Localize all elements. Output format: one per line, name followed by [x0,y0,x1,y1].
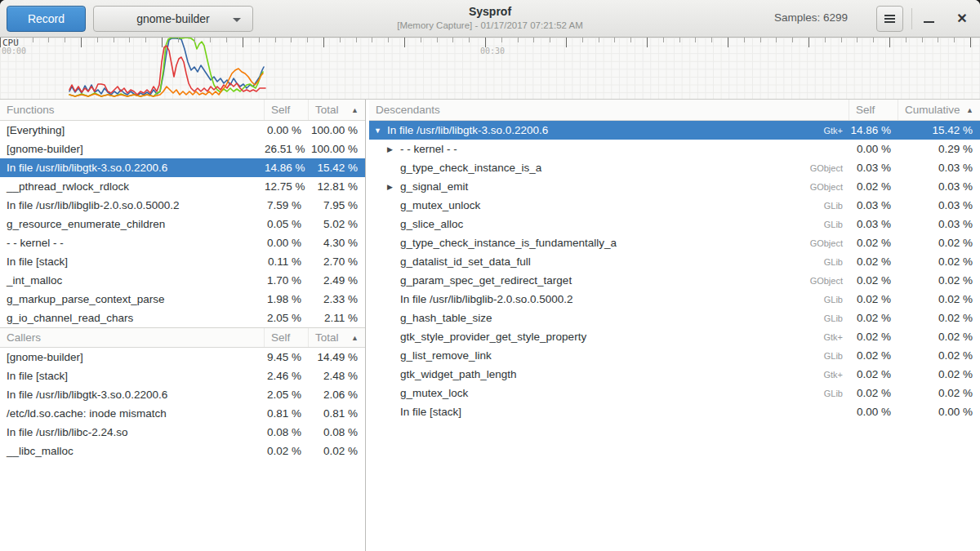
function-row[interactable]: __pthread_rwlock_rdlock 12.75 % 12.81 % [0,177,365,196]
function-row[interactable]: [Everything] 0.00 % 100.00 % [0,121,365,140]
caller-row[interactable]: In file [stack] 2.46 % 2.48 % [0,367,365,385]
descendant-row[interactable]: gtk_style_provider_get_style_property Gt… [369,327,980,346]
sort-ascending-icon: ▲ [961,106,973,114]
descendants-column-headers: Descendants Self Cumulative ▲ [369,100,980,121]
descendant-row[interactable]: gtk_widget_path_length Gtk+ 0.02 % 0.02 … [369,365,980,384]
descendant-cumulative-value: 0.02 % [898,387,980,399]
window-title: Sysprof [261,5,719,18]
descendant-row[interactable]: In file [stack] 0.00 % 0.00 % [369,402,980,421]
descendant-row[interactable]: ▶ - - kernel - - 0.00 % 0.29 % [369,140,980,158]
function-self-value: 0.11 % [265,256,309,268]
descendant-self-value: 0.02 % [849,274,898,287]
functions-header[interactable]: Functions [0,100,265,120]
function-name: [gnome-builder] [0,143,265,155]
descendant-self-value: 0.02 % [849,180,898,193]
process-selector-dropdown[interactable]: gnome-builder [93,6,253,32]
descendant-self-value: 0.02 % [849,368,898,380]
descendant-row[interactable]: g_param_spec_get_redirect_target GObject… [369,271,980,290]
descendant-row[interactable]: g_mutex_unlock GLib 0.03 % 0.03 % [369,196,980,215]
tree-cell: In file [stack] [369,406,849,418]
descendant-name: In file /usr/lib/libgtk-3.so.0.2200.6 [387,124,548,136]
function-self-value: 2.05 % [265,312,309,324]
tree-cell: g_hash_table_size GLib [369,312,849,324]
descendant-row[interactable]: g_type_check_instance_is_fundamentally_a… [369,233,980,252]
function-total-value: 100.00 % [309,143,365,155]
descendant-cumulative-value: 0.00 % [898,406,980,418]
descendant-row[interactable]: g_hash_table_size GLib 0.02 % 0.02 % [369,309,980,327]
descendants-header[interactable]: Descendants [369,100,849,120]
record-button[interactable]: Record [7,6,86,32]
function-name: In file /usr/lib/libgtk-3.so.0.2200.6 [0,162,265,174]
descendant-name: g_mutex_lock [400,387,468,399]
function-total-value: 4.30 % [309,237,365,249]
descendant-row[interactable]: g_mutex_lock GLib 0.02 % 0.02 % [369,384,980,402]
caller-row[interactable]: In file /usr/lib/libgtk-3.so.0.2200.6 2.… [0,385,365,404]
function-total-value: 2.49 % [309,274,365,287]
descendants-cumulative-header[interactable]: Cumulative ▲ [898,100,980,120]
function-row[interactable]: _int_malloc 1.70 % 2.49 % [0,271,365,290]
expander-icon[interactable]: ▼ [374,127,387,135]
caller-self-value: 2.46 % [265,370,309,382]
sort-ascending-icon: ▲ [346,106,359,114]
descendant-cumulative-value: 0.03 % [898,199,980,211]
menu-button[interactable] [876,6,903,32]
descendant-row[interactable]: ▼ In file /usr/lib/libgtk-3.so.0.2200.6 … [369,121,980,140]
function-row[interactable]: g_io_channel_read_chars 2.05 % 2.11 % [0,309,365,327]
descendant-row[interactable]: g_slice_alloc GLib 0.03 % 0.03 % [369,215,980,233]
descendant-row[interactable]: In file /usr/lib/libglib-2.0.so.0.5000.2… [369,290,980,309]
function-total-value: 2.11 % [309,312,365,324]
function-self-value: 26.51 % [265,143,309,155]
function-name: g_resource_enumerate_children [0,218,265,230]
caller-row[interactable]: __libc_malloc 0.02 % 0.02 % [0,442,365,460]
expander-icon[interactable]: ▶ [387,145,400,153]
functions-self-header[interactable]: Self [265,100,309,120]
descendant-self-value: 14.86 % [849,124,898,136]
window-subtitle: [Memory Capture] - 01/17/2017 07:21:52 A… [261,20,719,30]
function-total-value: 7.95 % [309,199,365,211]
caller-self-value: 0.02 % [265,445,309,457]
function-row[interactable]: [gnome-builder] 26.51 % 100.00 % [0,140,365,158]
descendant-row[interactable]: g_list_remove_link GLib 0.02 % 0.02 % [369,346,980,365]
callers-total-header[interactable]: Total ▲ [309,328,365,347]
descendant-name: g_slice_alloc [400,218,463,230]
descendant-cumulative-value: 0.03 % [898,218,980,230]
caller-row[interactable]: /etc/ld.so.cache: inode mismatch 0.81 % … [0,404,365,423]
function-row[interactable]: g_resource_enumerate_children 0.05 % 5.0… [0,215,365,233]
descendant-name: gtk_style_provider_get_style_property [400,331,586,343]
tree-cell: ▶ g_signal_emit GObject [369,180,849,193]
callers-self-header[interactable]: Self [265,328,309,347]
tree-cell: ▶ - - kernel - - [369,143,849,155]
descendant-self-value: 0.02 % [849,387,898,399]
descendants-self-header[interactable]: Self [849,100,898,120]
descendant-row[interactable]: ▶ g_signal_emit GObject 0.02 % 0.03 % [369,177,980,196]
function-self-value: 0.00 % [265,237,309,249]
function-row[interactable]: In file /usr/lib/libglib-2.0.so.0.5000.2… [0,196,365,215]
descendant-self-value: 0.02 % [849,237,898,249]
function-name: g_io_channel_read_chars [0,312,265,324]
library-tag: GLib [814,201,849,211]
descendant-self-value: 0.02 % [849,293,898,305]
library-tag: GLib [814,220,849,229]
expander-icon[interactable]: ▶ [387,183,400,191]
descendant-row[interactable]: g_type_check_instance_is_a GObject 0.03 … [369,158,980,177]
function-row[interactable]: - - kernel - - 0.00 % 4.30 % [0,233,365,252]
function-row[interactable]: In file /usr/lib/libgtk-3.so.0.2200.6 14… [0,158,365,177]
function-name: In file [stack] [0,256,265,268]
descendant-row[interactable]: g_datalist_id_set_data_full GLib 0.02 % … [369,252,980,271]
cpu-graph[interactable]: CPU 00:00 00:30 [0,38,980,100]
function-total-value: 5.02 % [309,218,365,230]
descendant-cumulative-value: 0.02 % [898,293,980,305]
caller-row[interactable]: In file /usr/lib/libc-2.24.so 0.08 % 0.0… [0,423,365,442]
function-total-value: 2.70 % [309,256,365,268]
caller-row[interactable]: [gnome-builder] 9.45 % 14.49 % [0,348,365,367]
function-row[interactable]: g_markup_parse_context_parse 1.98 % 2.33… [0,290,365,309]
callers-column-headers: Callers Self Total ▲ [0,327,365,348]
function-row[interactable]: In file [stack] 0.11 % 2.70 % [0,252,365,271]
minimize-button[interactable] [920,6,938,32]
library-tag: GLib [814,295,849,304]
close-button[interactable]: ✕ [952,6,972,32]
function-self-value: 0.05 % [265,218,309,230]
library-tag: GObject [800,238,849,248]
functions-total-header[interactable]: Total ▲ [309,100,365,120]
callers-header[interactable]: Callers [0,328,265,347]
